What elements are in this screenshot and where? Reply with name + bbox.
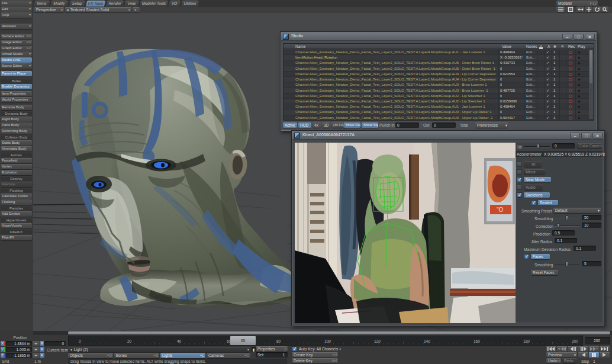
svg-text:"O: "O xyxy=(497,207,504,213)
